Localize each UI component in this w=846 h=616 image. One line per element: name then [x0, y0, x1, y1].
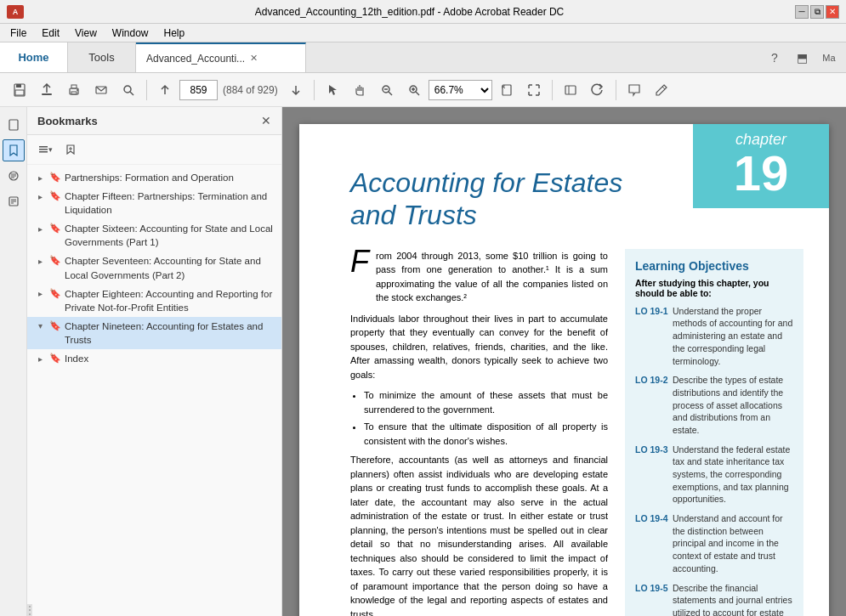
sidebar-toolbar: ▾: [27, 135, 281, 165]
page-content: chapter 19 Accounting for Estates and Tr…: [299, 124, 829, 616]
help-button[interactable]: ?: [764, 48, 785, 68]
next-page-button[interactable]: [283, 77, 309, 103]
bookmark-icon-1: 🔖: [49, 190, 61, 202]
bookmark-item-formation[interactable]: ▸ 🔖 Partnerships: Formation and Operatio…: [27, 168, 281, 187]
pointer-tool[interactable]: [320, 77, 345, 103]
sidebar-menu-btn[interactable]: ▾: [34, 138, 56, 161]
sidebar-add-bookmark-btn[interactable]: [60, 138, 82, 161]
lo-num-5: LO 19-5: [635, 582, 667, 616]
bookmark-expand-0[interactable]: ▸: [34, 172, 46, 184]
restore-button[interactable]: ⧉: [810, 5, 824, 19]
lo-text-5: Describe the financial statements and jo…: [673, 582, 793, 616]
menu-edit[interactable]: Edit: [35, 25, 66, 41]
comment-button[interactable]: [622, 77, 647, 103]
menu-view[interactable]: View: [68, 25, 104, 41]
minimize-button[interactable]: ─: [795, 5, 809, 19]
menu-file[interactable]: File: [3, 25, 33, 41]
page-info: (884 of 929): [223, 84, 278, 96]
upload-button[interactable]: [34, 77, 60, 103]
page-columns: F rom 2004 through 2013, some $10 trilli…: [350, 249, 803, 616]
titlebar: A Advanced_Accounting_12th_edition.pdf -…: [0, 0, 846, 24]
lo-item-1: LO 19-1 Understand the proper methods of…: [635, 305, 793, 367]
email-button[interactable]: [88, 77, 114, 103]
bookmark-item-ch18[interactable]: ▸ 🔖 Chapter Eighteen: Accounting and Rep…: [27, 285, 281, 317]
share-button[interactable]: ⬒: [792, 48, 812, 68]
more-button[interactable]: Ma: [819, 48, 839, 68]
save-button[interactable]: [7, 77, 32, 103]
bookmark-expand-1[interactable]: ▸: [34, 190, 46, 202]
chapter-number: 19: [701, 149, 820, 198]
lo-item-3: LO 19-3 Understand the federal estate ta…: [635, 444, 793, 506]
document-page: chapter 19 Accounting for Estates and Tr…: [299, 124, 829, 616]
bookmark-expand-3[interactable]: ▸: [34, 255, 46, 267]
close-button[interactable]: ✕: [826, 5, 839, 19]
print-button[interactable]: [61, 77, 87, 103]
window-title: Advanced_Accounting_12th_edition.pdf - A…: [24, 6, 795, 18]
tab-document[interactable]: Advanced_Accounti... ✕: [136, 42, 306, 72]
lo-item-2: LO 19-2 Describe the types of estate dis…: [635, 374, 793, 436]
search-button[interactable]: [116, 77, 141, 103]
fullscreen-button[interactable]: [521, 77, 547, 103]
panel-toggle-button[interactable]: [558, 77, 583, 103]
prev-page-button[interactable]: [152, 77, 178, 103]
para3: Therefore, accountants (as well as attor…: [350, 453, 608, 616]
lo-text-3: Understand the federal estate tax and st…: [673, 444, 793, 506]
tab-close-button[interactable]: ✕: [250, 53, 258, 64]
lo-text-2: Describe the types of estate distributio…: [673, 374, 793, 436]
pen-button[interactable]: [649, 77, 674, 103]
zoom-out-button[interactable]: [374, 77, 400, 103]
zoom-select[interactable]: 66.7% 50% 75% 100% 125% 150%: [429, 80, 492, 100]
rotate-button[interactable]: [585, 77, 610, 103]
left-icon-1[interactable]: [3, 114, 25, 136]
bookmark-item-ch19[interactable]: ▾ 🔖 Chapter Nineteen: Accounting for Est…: [27, 317, 281, 349]
bookmark-icon-0: 🔖: [49, 172, 61, 184]
zoom-in-button[interactable]: [401, 77, 427, 103]
svg-rect-31: [39, 146, 48, 148]
sidebar-close-button[interactable]: ✕: [261, 114, 271, 127]
lo-text-1: Understand the proper methods of account…: [673, 305, 793, 367]
bookmark-item-ch15[interactable]: ▸ 🔖 Chapter Fifteen: Partnerships: Termi…: [27, 187, 281, 219]
left-icon-4[interactable]: [3, 190, 25, 212]
left-icon-bookmarks[interactable]: [3, 139, 25, 161]
bookmark-item-ch17[interactable]: ▸ 🔖 Chapter Seventeen: Accounting for St…: [27, 251, 281, 284]
bookmark-text-1: Chapter Fifteen: Partnerships: Terminati…: [65, 189, 275, 217]
bookmark-expand-6[interactable]: ▸: [34, 353, 46, 365]
menu-help[interactable]: Help: [157, 25, 192, 41]
left-icon-panel: [0, 107, 27, 616]
lo-num-1: LO 19-1: [635, 305, 667, 367]
bookmark-item-ch16[interactable]: ▸ 🔖 Chapter Sixteen: Accounting for Stat…: [27, 219, 281, 251]
bookmark-text-4: Chapter Eighteen: Accounting and Reporti…: [65, 287, 275, 314]
tabbar: Home Tools Advanced_Accounti... ✕ ? ⬒ Ma: [0, 42, 846, 73]
menubar: File Edit View Window Help: [0, 24, 846, 42]
sidebar-header: Bookmarks ✕: [27, 107, 281, 135]
bookmark-expand-2[interactable]: ▸: [34, 223, 46, 235]
chapter-badge: chapter 19: [693, 124, 829, 208]
lo-sidebar: Learning Objectives After studying this …: [625, 249, 803, 616]
left-icon-3[interactable]: [3, 165, 25, 187]
bookmark-text-5: Chapter Nineteen: Accounting for Estates…: [65, 319, 275, 347]
bookmark-expand-4[interactable]: ▸: [34, 288, 46, 300]
bookmark-text-3: Chapter Seventeen: Accounting for State …: [65, 254, 275, 281]
bullet-1: To minimize the amount of these assets t…: [364, 388, 608, 416]
sidebar-resize-handle[interactable]: ⋮: [27, 604, 32, 616]
bookmark-icon-4: 🔖: [49, 288, 61, 300]
bookmark-text-2: Chapter Sixteen: Accounting for State an…: [65, 222, 275, 249]
bookmark-icon-2: 🔖: [49, 223, 61, 235]
window-controls[interactable]: ─ ⧉ ✕: [795, 5, 839, 19]
toolbar: (884 of 929) 66.7% 50% 75% 100% 125% 150…: [0, 73, 846, 107]
hand-tool[interactable]: [347, 77, 372, 103]
document-viewer[interactable]: chapter 19 Accounting for Estates and Tr…: [282, 107, 846, 616]
bookmark-item-index[interactable]: ▸ 🔖 Index: [27, 349, 281, 368]
menu-window[interactable]: Window: [105, 25, 156, 41]
bookmark-expand-5[interactable]: ▾: [34, 320, 46, 332]
svg-line-12: [389, 92, 392, 95]
bullet-list: To minimize the amount of these assets t…: [364, 388, 608, 448]
tab-tools[interactable]: Tools: [68, 42, 136, 72]
svg-rect-6: [71, 92, 77, 94]
svg-rect-3: [42, 93, 52, 95]
fit-page-button[interactable]: [494, 77, 520, 103]
page-input[interactable]: [179, 80, 218, 100]
tab-home[interactable]: Home: [0, 42, 68, 72]
svg-rect-2: [15, 90, 24, 95]
sidebar-content: ▸ 🔖 Partnerships: Formation and Operatio…: [27, 165, 281, 604]
